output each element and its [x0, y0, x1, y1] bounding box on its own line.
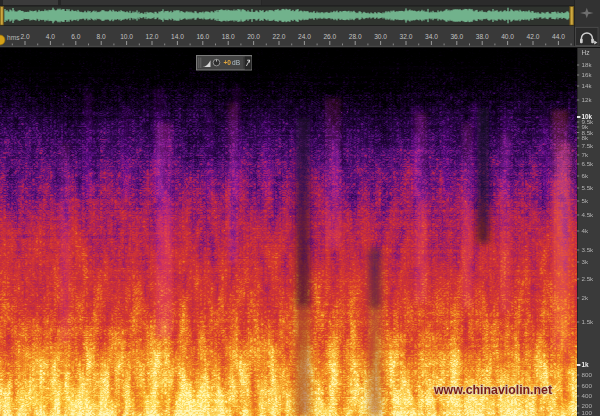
svg-text:100: 100: [582, 409, 593, 416]
svg-text:1k: 1k: [582, 361, 590, 368]
svg-text:36.0: 36.0: [450, 33, 463, 40]
svg-text:42.0: 42.0: [527, 33, 540, 40]
svg-text:44.0: 44.0: [552, 33, 565, 40]
svg-text:10.0: 10.0: [120, 33, 133, 40]
svg-text:6.5k: 6.5k: [582, 160, 595, 167]
svg-text:8.0: 8.0: [97, 33, 106, 40]
svg-text:7.5k: 7.5k: [582, 142, 595, 149]
svg-text:2k: 2k: [582, 294, 589, 301]
svg-text:14.0: 14.0: [171, 33, 184, 40]
svg-text:3.5k: 3.5k: [582, 246, 595, 253]
svg-text:6k: 6k: [582, 172, 589, 179]
svg-text:7k: 7k: [582, 151, 589, 158]
svg-text:30.0: 30.0: [374, 33, 387, 40]
svg-text:3k: 3k: [582, 258, 589, 265]
svg-text:4k: 4k: [582, 227, 589, 234]
svg-text:6.0: 6.0: [71, 33, 80, 40]
svg-text:16k: 16k: [582, 71, 593, 78]
svg-text:18.0: 18.0: [222, 33, 235, 40]
svg-text:4.0: 4.0: [46, 33, 55, 40]
svg-text:www.chinaviolin.net: www.chinaviolin.net: [433, 383, 552, 397]
svg-text:12k: 12k: [582, 96, 593, 103]
svg-text:24.0: 24.0: [298, 33, 311, 40]
svg-text:600: 600: [582, 382, 593, 389]
svg-text:5.5k: 5.5k: [582, 184, 595, 191]
svg-text:400: 400: [582, 392, 593, 399]
svg-text:Hz: Hz: [582, 49, 590, 56]
svg-text:12.0: 12.0: [146, 33, 159, 40]
svg-text:38.0: 38.0: [476, 33, 489, 40]
svg-text:16.0: 16.0: [196, 33, 209, 40]
svg-text:2.0: 2.0: [20, 33, 29, 40]
svg-text:800: 800: [582, 371, 593, 378]
svg-text:hms: hms: [7, 34, 20, 41]
svg-text:5k: 5k: [582, 197, 589, 204]
svg-text:18k: 18k: [582, 61, 593, 68]
svg-text:34.0: 34.0: [425, 33, 438, 40]
svg-text:dB: dB: [232, 59, 241, 66]
svg-text:1.5k: 1.5k: [582, 318, 595, 325]
svg-text:20.0: 20.0: [247, 33, 260, 40]
svg-text:+0: +0: [224, 59, 232, 66]
svg-text:28.0: 28.0: [349, 33, 362, 40]
svg-text:2.5k: 2.5k: [582, 275, 595, 282]
svg-text:40.0: 40.0: [501, 33, 514, 40]
svg-text:26.0: 26.0: [323, 33, 336, 40]
svg-text:8k: 8k: [582, 134, 589, 141]
svg-text:22.0: 22.0: [273, 33, 286, 40]
svg-text:200: 200: [582, 402, 593, 409]
svg-text:14k: 14k: [582, 82, 593, 89]
svg-text:4.5k: 4.5k: [582, 211, 595, 218]
svg-text:32.0: 32.0: [400, 33, 413, 40]
